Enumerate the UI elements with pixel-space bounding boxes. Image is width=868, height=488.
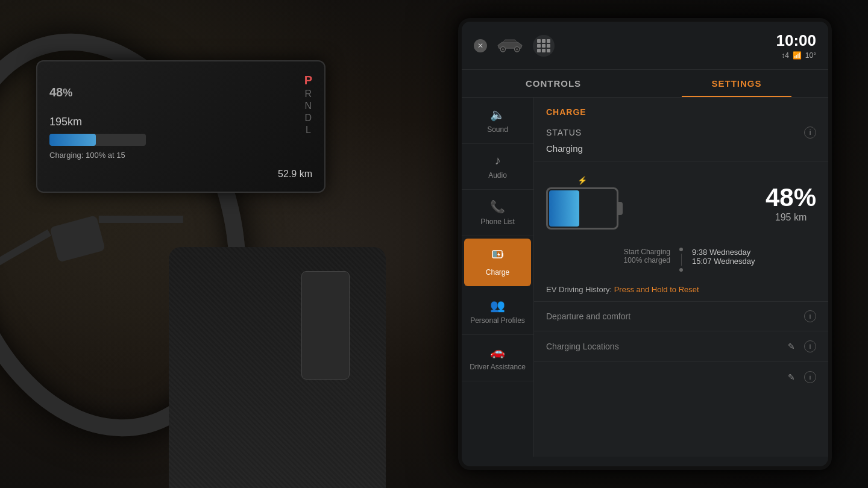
status-row: STATUS i (534, 122, 828, 143)
gear-shift-area (301, 271, 350, 380)
schedule-section: Start Charging 100% charged 9:38 Wednesd… (534, 242, 828, 278)
charge-plug-icon: ⚡ (546, 176, 618, 185)
dot-top (679, 248, 683, 251)
header-left: ✕ (474, 34, 555, 58)
charged-value: 15:07 Wednesday (692, 257, 816, 266)
charging-locations-info-icon[interactable]: i (804, 340, 816, 352)
divider-1 (534, 161, 828, 161)
tablet-screen: ✕ (458, 18, 832, 470)
cluster-range: 195km (49, 116, 82, 128)
schedule-left: Start Charging 100% charged (546, 248, 670, 272)
sidebar-item-sound[interactable]: 🔈 Sound (462, 98, 533, 144)
battery-terminal (618, 202, 623, 215)
schedule-divider (675, 248, 687, 272)
profiles-icon: 👥 (490, 298, 505, 313)
tab-controls[interactable]: CONTROLS (462, 70, 645, 97)
gear-r: R (305, 89, 312, 99)
svg-rect-6 (493, 251, 497, 257)
charge-section-title: CHARGE (534, 98, 828, 122)
sidebar-item-charge[interactable]: Charge (464, 239, 531, 286)
battery-visual-container: ⚡ (546, 176, 618, 230)
svg-rect-5 (502, 253, 503, 257)
battery-info-right: 48% 195 km (766, 183, 816, 223)
grid-button[interactable] (533, 35, 555, 57)
console-texture (169, 247, 386, 488)
signal-icon: ↕4 (781, 51, 789, 60)
svg-point-2 (502, 48, 504, 50)
cluster-gear-selector: P R N D L (304, 74, 312, 136)
departure-actions: i (804, 310, 816, 322)
main-panel: CHARGE STATUS i Charging ⚡ (534, 98, 828, 457)
cluster-distance: 52.9 km (278, 169, 312, 180)
battery-range: 195 km (766, 212, 816, 223)
charging-locations-actions: ✎ i (785, 340, 816, 353)
steering-hub (49, 215, 105, 263)
start-charging-value: 9:38 Wednesday (692, 248, 816, 257)
sidebar: 🔈 Sound ♪ Audio 📞 Phone List (462, 98, 534, 457)
gear-p: P (304, 74, 312, 87)
close-icon: ✕ (477, 42, 483, 50)
gear-l: L (306, 125, 311, 136)
center-console (169, 247, 386, 488)
svg-point-3 (516, 48, 518, 50)
sidebar-item-profiles[interactable]: 👥 Personal Profiles (462, 289, 533, 335)
cluster-battery-pct: 48% (49, 80, 72, 113)
tablet-content: 🔈 Sound ♪ Audio 📞 Phone List (462, 98, 828, 457)
departure-label: Departure and comfort (546, 311, 631, 321)
status-info-icon[interactable]: i (804, 127, 816, 139)
car-icon-wrapper (492, 34, 528, 58)
dashboard-cluster: 48% 195km Charging: 100% at 15 P R N D L… (36, 60, 326, 193)
phone-icon: 📞 (490, 199, 505, 214)
driver-icon: 🚗 (490, 345, 505, 359)
departure-info-icon[interactable]: i (804, 310, 816, 322)
schedule-right: 9:38 Wednesday 15:07 Wednesday (692, 248, 816, 272)
steering-spoke-right (99, 216, 183, 223)
charging-locations-label: Charging Locations (546, 342, 619, 351)
tablet-header: ✕ (462, 22, 828, 70)
battery-fill (549, 190, 579, 227)
sidebar-label-driver: Driver Assistance (470, 363, 526, 371)
ev-history-reset[interactable]: Press and Hold to Reset (614, 285, 699, 294)
grid-dots (537, 39, 550, 52)
cluster-battery-bar (49, 134, 146, 146)
close-button[interactable]: ✕ (474, 39, 487, 52)
gear-d: D (305, 113, 312, 124)
charged-label: 100% charged (546, 256, 670, 264)
sound-icon: 🔈 (490, 107, 505, 122)
steering-spoke-left (0, 230, 51, 278)
extra-edit-icon[interactable]: ✎ (785, 371, 798, 384)
status-value: Charging (534, 143, 828, 158)
sidebar-label-audio: Audio (488, 171, 507, 180)
charging-locations-row: Charging Locations ✎ i (534, 331, 828, 361)
cluster-charging-text: Charging: 100% at 15 (49, 151, 125, 160)
extra-actions: ✎ i (785, 371, 816, 384)
battery-percentage: 48% (766, 183, 816, 212)
schedule-line (681, 254, 682, 266)
gear-n: N (305, 101, 312, 111)
sidebar-label-charge: Charge (486, 268, 509, 277)
car-icon (495, 37, 525, 54)
ev-history-row: EV Driving History: Press and Hold to Re… (534, 278, 828, 301)
battery-section: ⚡ 48% 195 km (534, 164, 828, 242)
battery-outline (546, 187, 618, 230)
wifi-icon: 📶 (793, 51, 802, 60)
time-display: 10:00 (776, 31, 817, 50)
status-icons: ↕4 📶 10° (776, 51, 817, 60)
sidebar-label-sound: Sound (487, 125, 508, 134)
departure-row: Departure and comfort i (534, 301, 828, 331)
sidebar-label-phone: Phone List (480, 217, 515, 226)
sidebar-item-audio[interactable]: ♪ Audio (462, 144, 533, 190)
start-charging-label: Start Charging (546, 248, 670, 256)
charging-locations-edit-icon[interactable]: ✎ (785, 340, 798, 353)
extra-info-icon[interactable]: i (804, 371, 816, 383)
header-right: 10:00 ↕4 📶 10° (776, 31, 817, 60)
sidebar-item-phone[interactable]: 📞 Phone List (462, 190, 533, 236)
charge-icon (491, 248, 505, 264)
dot-bottom (679, 268, 683, 272)
sidebar-label-profiles: Personal Profiles (470, 316, 525, 325)
tab-settings[interactable]: SETTINGS (645, 70, 828, 97)
cluster-battery-fill (49, 134, 96, 146)
nav-tabs: CONTROLS SETTINGS (462, 70, 828, 98)
sidebar-item-driver[interactable]: 🚗 Driver Assistance (462, 335, 533, 381)
extra-row: ✎ i (534, 361, 828, 392)
